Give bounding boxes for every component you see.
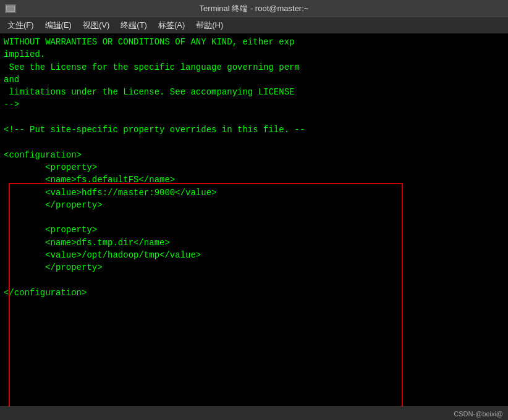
- menu-view[interactable]: 视图(V): [78, 19, 114, 32]
- menu-help[interactable]: 帮助(H): [191, 19, 228, 32]
- status-text: CSDN-@beixi@: [454, 410, 503, 418]
- window-icon: [5, 4, 16, 13]
- menu-terminal[interactable]: 终端(T): [116, 19, 152, 32]
- status-bar: CSDN-@beixi@: [0, 406, 508, 420]
- title-bar: Terminal 终端 - root@master:~: [0, 0, 508, 17]
- menu-bar: 文件(F) 编辑(E) 视图(V) 终端(T) 标签(A) 帮助(H): [0, 17, 508, 33]
- window-title: Terminal 终端 - root@master:~: [200, 3, 309, 14]
- terminal-area: WITHOUT WARRANTIES OR CONDITIONS OF ANY …: [0, 33, 508, 406]
- menu-file[interactable]: 文件(F): [2, 19, 39, 32]
- menu-tab[interactable]: 标签(A): [153, 19, 190, 32]
- terminal-content: WITHOUT WARRANTIES OR CONDITIONS OF ANY …: [0, 36, 508, 299]
- menu-edit[interactable]: 编辑(E): [40, 19, 77, 32]
